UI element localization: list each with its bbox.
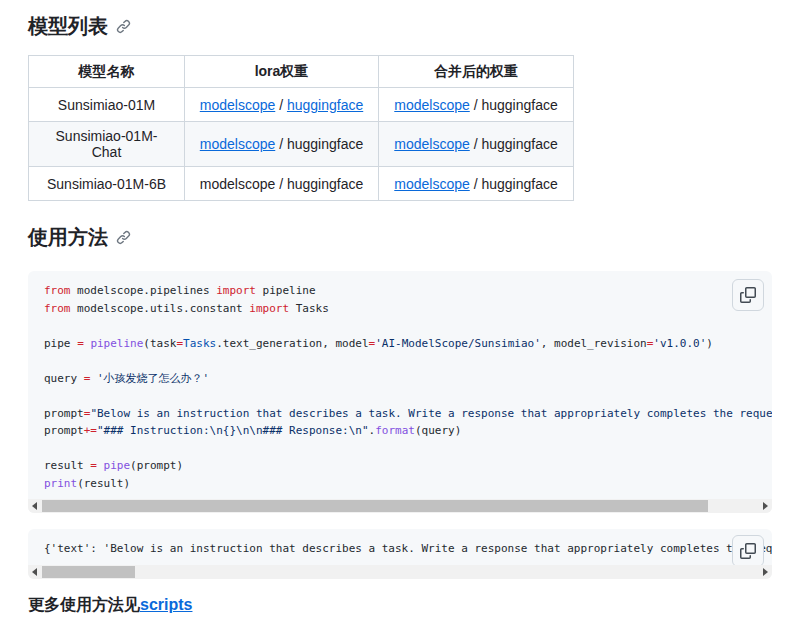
scroll-right-arrow-icon[interactable] [763,568,768,576]
table-row: Sunsimiao-01M-Chatmodelscope / huggingfa… [29,122,574,167]
more-usage-line: 更多使用方法见scripts [28,595,772,616]
code-line [44,387,756,405]
huggingface-text: huggingface [287,136,363,152]
modelscope-link[interactable]: modelscope [200,136,276,152]
huggingface-text: huggingface [481,97,557,113]
copy-button[interactable] [732,279,764,311]
horizontal-scrollbar[interactable] [28,565,772,579]
lora-weights-cell: modelscope / huggingface [185,122,379,167]
huggingface-text: huggingface [481,176,557,192]
table-row: Sunsimiao-01M-6Bmodelscope / huggingface… [29,167,574,201]
model-name-cell: Sunsimiao-01M-Chat [29,122,185,167]
merged-weights-cell: modelscope / huggingface [379,167,574,201]
code-line: from modelscope.utils.constant import Ta… [44,300,756,318]
copy-icon [740,287,756,303]
modelscope-link[interactable]: modelscope [394,136,470,152]
code-line: pipe = pipeline(task=Tasks.text_generati… [44,335,756,353]
scripts-link[interactable]: scripts [140,596,192,613]
scrollbar-thumb[interactable] [42,500,708,512]
code-line: result = pipe(prompt) [44,457,756,475]
scroll-right-arrow-icon[interactable] [763,502,768,510]
code-line: query = '小孩发烧了怎么办？' [44,370,756,388]
code-line: from modelscope.pipelines import pipelin… [44,282,756,300]
copy-button[interactable] [732,535,764,567]
lora-weights-cell: modelscope / huggingface [185,167,379,201]
table-column-header: 合并后的权重 [379,56,574,88]
scrollbar-thumb[interactable] [42,566,135,578]
model-name-cell: Sunsimiao-01M [29,88,185,122]
usage-code: from modelscope.pipelines import pipelin… [28,271,772,499]
table-column-header: lora权重 [185,56,379,88]
more-usage-text: 更多使用方法见 [28,596,140,613]
model-name-cell: Sunsimiao-01M-6B [29,167,185,201]
code-line: prompt="Below is an instruction that des… [44,405,756,423]
output-code-block: {'text': 'Below is an instruction that d… [28,529,772,579]
heading-usage-text: 使用方法 [28,223,108,251]
code-line: {'text': 'Below is an instruction that d… [44,540,756,558]
modelscope-link[interactable]: modelscope [394,176,470,192]
table-column-header: 模型名称 [29,56,185,88]
table-header-row: 模型名称lora权重合并后的权重 [29,56,574,88]
output-code: {'text': 'Below is an instruction that d… [28,529,772,565]
heading-model-list-text: 模型列表 [28,12,108,40]
lora-weights-cell: modelscope / huggingface [185,88,379,122]
modelscope-link[interactable]: modelscope [394,97,470,113]
anchor-link-icon[interactable] [116,19,131,34]
code-line: prompt+="### Instruction:\n{}\n\n### Res… [44,422,756,440]
horizontal-scrollbar[interactable] [28,499,772,513]
huggingface-text: huggingface [287,176,363,192]
modelscope-text: modelscope [200,176,276,192]
table-row: Sunsimiao-01Mmodelscope / huggingfacemod… [29,88,574,122]
scroll-left-arrow-icon[interactable] [32,502,37,510]
code-line [44,440,756,458]
code-line: print(result) [44,475,756,493]
anchor-link-icon[interactable] [116,230,131,245]
huggingface-text: huggingface [481,136,557,152]
copy-icon [740,543,756,559]
merged-weights-cell: modelscope / huggingface [379,122,574,167]
code-line [44,317,756,335]
heading-model-list: 模型列表 [28,12,772,40]
merged-weights-cell: modelscope / huggingface [379,88,574,122]
usage-code-block: from modelscope.pipelines import pipelin… [28,271,772,513]
modelscope-link[interactable]: modelscope [200,97,276,113]
huggingface-link[interactable]: huggingface [287,97,363,113]
heading-usage: 使用方法 [28,223,772,251]
model-weights-table: 模型名称lora权重合并后的权重 Sunsimiao-01Mmodelscope… [28,55,574,201]
scroll-left-arrow-icon[interactable] [32,568,37,576]
code-line [44,352,756,370]
